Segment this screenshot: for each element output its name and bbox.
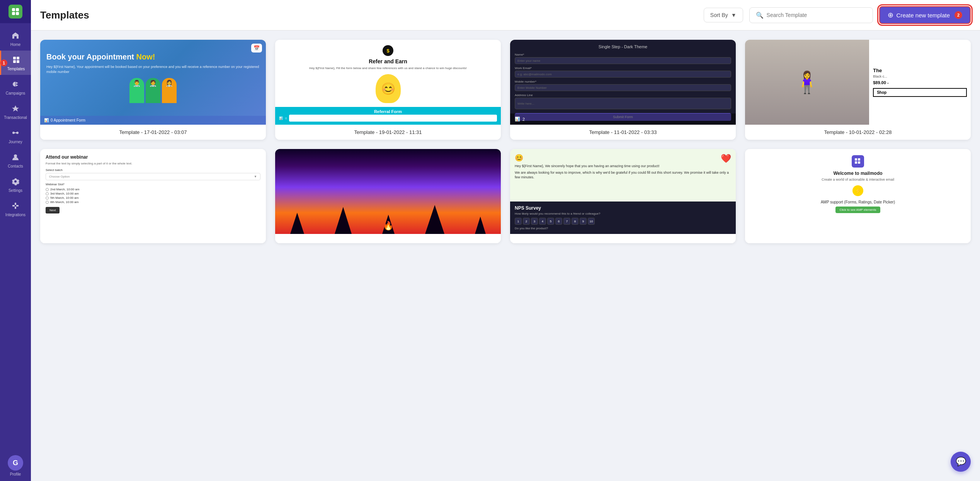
template-card[interactable]: Single Step - Dark Theme Name* Enter you… [510, 40, 736, 140]
nps-4[interactable]: 4 [539, 218, 546, 225]
sidebar-item-contacts[interactable]: Contacts [0, 148, 31, 172]
slot-2: 3rd March, 10:00 am [50, 192, 79, 195]
shop-button[interactable]: Shop [873, 88, 967, 97]
appointment-text: Hey ${First Name}, Your appointment will… [46, 64, 260, 74]
count-2: 2 [522, 117, 525, 122]
slot-1: 2nd March, 10:00 am [50, 188, 80, 191]
nps-2[interactable]: 2 [523, 218, 530, 225]
create-template-button[interactable]: ⊕ Create new template 2 [879, 6, 971, 24]
svg-rect-18 [858, 158, 860, 161]
calendar-icon: 📅 [251, 44, 262, 53]
bar-chart-icon: 📊 [44, 118, 49, 122]
dollar-icon: $ [383, 45, 393, 56]
slot-label: Webinar Slot* [46, 183, 260, 186]
tree-5 [475, 217, 486, 234]
fire-icon: 🔥 [383, 221, 393, 231]
template-thumbnail: Attend our webinar Format the text by si… [40, 149, 266, 234]
sidebar-item-campaigns[interactable]: Campaigns [0, 75, 31, 99]
nps-text: We are always looking for ways to improv… [515, 170, 731, 180]
slot-4: 8th March, 10:00 am [50, 200, 78, 204]
template-card[interactable]: 📅 Book your Appointment Now! Hey ${First… [40, 40, 266, 140]
refer-form-bar: Referral Form 📊 0 [275, 107, 501, 125]
template-thumbnail: $ Refer and Earn Hey ${First Name}, Fill… [275, 40, 501, 125]
address-field: Address Line Write here... [515, 93, 731, 109]
shop-title: The [873, 68, 967, 73]
template-thumbnail: 🔥 [275, 149, 501, 234]
shop-image: 🧍‍♀️ [745, 40, 869, 125]
nps-5[interactable]: 5 [547, 218, 554, 225]
bar-chart-icon: 📊 [515, 117, 520, 122]
chevron-icon: ▼ [254, 175, 257, 178]
svg-rect-11 [14, 132, 17, 133]
mobile-input: Enter Mobile Number [515, 84, 731, 91]
nps-9[interactable]: 9 [580, 218, 587, 225]
dark-bottom: 📊 2 [510, 113, 736, 125]
radio-icon [46, 196, 49, 200]
integrations-icon [10, 200, 21, 211]
template-card[interactable]: 😊 Hey ${First Name}, We sincerely hope t… [510, 149, 736, 243]
sidebar-item-templates[interactable]: 1 Templates [0, 51, 31, 75]
mascot-icon: 😊 [376, 74, 401, 103]
sort-by-button[interactable]: Sort By ▼ [704, 8, 743, 22]
sidebar-logo[interactable] [0, 0, 31, 23]
app-logo-icon [9, 5, 22, 19]
nps-top: 😊 Hey ${First Name}, We sincerely hope t… [510, 149, 736, 185]
template-name: Template - 19-01-2022 - 11:31 [281, 129, 495, 135]
svg-point-12 [14, 154, 17, 158]
radio-option-4: 8th March, 10:00 am [46, 200, 260, 204]
amp-button[interactable]: Click to see AMP elements [835, 207, 880, 213]
template-card-footer: Template - 17-01-2022 - 03:07 [40, 125, 266, 140]
campaigns-icon [10, 79, 21, 90]
chat-button[interactable]: 💬 [951, 452, 971, 472]
template-name: Template - 17-01-2022 - 03:07 [46, 129, 260, 135]
transactional-icon [10, 103, 21, 114]
avatar[interactable]: G [8, 455, 23, 471]
batch-label: Select batch [46, 168, 260, 172]
search-icon: 🔍 [756, 12, 764, 19]
sidebar-item-transactional[interactable]: Transactional [0, 99, 31, 124]
search-box: 🔍 [749, 7, 873, 23]
radio-option-2: 3rd March, 10:00 am [46, 192, 260, 195]
webinar-thumbnail: Attend our webinar Format the text by si… [40, 149, 266, 234]
template-card[interactable]: 🔥 [275, 149, 501, 243]
shop-price: $89.00 - [873, 80, 967, 85]
nps-intro: Hey ${First Name}, We sincerely hope tha… [515, 164, 731, 169]
sidebar-item-settings[interactable]: Settings [0, 172, 31, 196]
radio-icon [46, 188, 49, 191]
slot-3: 5th March, 10:00 am [50, 196, 78, 200]
email-field: Work Email* e.g. abc@mailmodo.com [515, 66, 731, 78]
template-thumbnail: Single Step - Dark Theme Name* Enter you… [510, 40, 736, 125]
bar-chart-icon: 📊 [279, 117, 283, 120]
template-card[interactable]: Welcome to mailmodo Create a world of ac… [745, 149, 971, 243]
sidebar-item-journey[interactable]: Journey [0, 124, 31, 148]
template-card[interactable]: $ Refer and Earn Hey ${First Name}, Fill… [275, 40, 501, 140]
page-header: Templates Sort By ▼ 🔍 ⊕ Create new templ… [31, 0, 980, 30]
contacts-label: Contacts [8, 164, 23, 168]
tree-1 [290, 213, 304, 234]
nps-7[interactable]: 7 [563, 218, 570, 225]
templates-grid: 📅 Book your Appointment Now! Hey ${First… [40, 40, 971, 243]
search-input[interactable] [767, 12, 866, 18]
template-card[interactable]: Attend our webinar Format the text by si… [40, 149, 266, 243]
refer-text: Hey ${First Name}, Fill the form below a… [309, 66, 467, 70]
nps-3[interactable]: 3 [531, 218, 538, 225]
step2-badge: 2 [954, 11, 962, 19]
template-card-footer: Template - 11-01-2022 - 03:33 [510, 125, 736, 140]
svg-rect-13 [12, 205, 15, 207]
email-label: Work Email* [515, 66, 731, 70]
create-label: Create new template [897, 12, 950, 19]
svg-rect-7 [17, 60, 19, 63]
nps-10[interactable]: 10 [588, 218, 595, 225]
nps-6[interactable]: 6 [555, 218, 562, 225]
integrations-label: Integrations [5, 213, 26, 217]
svg-rect-20 [858, 161, 860, 164]
profile-label: Profile [10, 472, 21, 476]
email-input: e.g. abc@mailmodo.com [515, 71, 731, 78]
next-button[interactable]: Next [46, 207, 60, 213]
sidebar-item-integrations[interactable]: Integrations [0, 196, 31, 221]
template-card[interactable]: 🧍‍♀️ The Black c... $89.00 - Shop Templa… [745, 40, 971, 140]
nps-1[interactable]: 1 [515, 218, 522, 225]
radio-option-3: 5th March, 10:00 am [46, 196, 260, 200]
sidebar-item-home[interactable]: Home [0, 26, 31, 51]
nps-8[interactable]: 8 [572, 218, 578, 225]
